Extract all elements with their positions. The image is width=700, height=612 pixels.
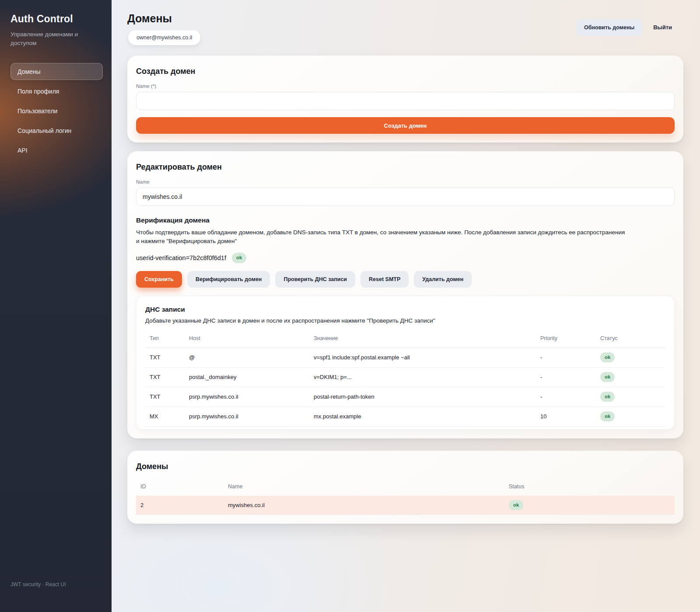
dns-col-priority: Priority (536, 329, 596, 348)
dns-records-card: ДНС записи Добавьте указанные ДНС записи… (136, 296, 675, 430)
sidebar-item-profile-fields[interactable]: Поля профиля (10, 83, 103, 100)
table-row[interactable]: 2 mywishes.co.il ok (136, 496, 675, 515)
edit-domain-card: Редактировать домен Name Верификация дом… (127, 151, 683, 438)
dns-col-value: Значение (309, 329, 536, 348)
edit-domain-title: Редактировать домен (136, 163, 675, 172)
status-badge: ok (600, 352, 615, 363)
sidebar-item-domains[interactable]: Домены (10, 63, 103, 80)
verification-description: Чтобы подтвердить ваше обладание доменом… (136, 228, 626, 246)
table-row: MX psrp.mywishes.co.il mx.postal.example… (145, 407, 665, 426)
create-domain-button[interactable]: Создать домен (136, 117, 675, 134)
dns-type: TXT (145, 367, 185, 387)
create-name-label: Name (*) (136, 83, 675, 89)
dns-priority: - (536, 387, 596, 407)
create-name-input[interactable] (136, 92, 675, 110)
domains-table-header: ID Name Status (136, 476, 675, 496)
dns-priority: - (536, 367, 596, 387)
dns-col-type: Тип (145, 329, 185, 348)
domains-col-name: Name (224, 476, 504, 496)
sidebar-item-label: API (18, 147, 28, 154)
dns-value: v=DKIM1; p=... (309, 367, 536, 387)
logout-button[interactable]: Выйти (648, 19, 677, 36)
verification-token: userid-verification=7b2c8f0f6d1f (136, 254, 226, 261)
dns-host: @ (185, 348, 309, 367)
dns-value: postal-return-path-token (309, 387, 536, 407)
verify-domain-button[interactable]: Верифицировать домен (187, 271, 270, 288)
save-button[interactable]: Сохранить (136, 271, 182, 288)
dns-priority: 10 (536, 407, 596, 426)
sidebar-item-label: Социальный логин (18, 127, 71, 134)
dns-host: postal._domainkey (185, 367, 309, 387)
domains-col-status: Status (504, 476, 675, 496)
sidebar-footer: JWT security · React UI (10, 581, 66, 588)
dns-host: psrp.mywishes.co.il (185, 387, 309, 407)
dns-col-status: Статус (596, 329, 665, 348)
sidebar-nav: Домены Поля профиля Пользователи Социаль… (10, 63, 103, 159)
sidebar-item-social-login[interactable]: Социальный логин (10, 122, 103, 139)
edit-name-input[interactable] (136, 188, 675, 206)
domains-col-id: ID (136, 476, 224, 496)
domain-id: 2 (136, 496, 224, 515)
dns-col-host: Host (185, 329, 309, 348)
status-badge: ok (600, 372, 615, 382)
dns-table-header: Тип Host Значение Priority Статус (145, 329, 665, 348)
dns-host: psrp.mywishes.co.il (185, 407, 309, 426)
domains-table: ID Name Status 2 mywishes.co.il ok (136, 476, 675, 515)
domains-list-title: Домены (136, 462, 675, 471)
table-row: TXT postal._domainkey v=DKIM1; p=... - o… (145, 367, 665, 387)
domain-name: mywishes.co.il (224, 496, 504, 515)
sidebar-item-label: Домены (18, 68, 41, 75)
dns-value: mx.postal.example (309, 407, 536, 426)
sidebar-item-label: Поля профиля (18, 88, 59, 95)
status-badge: ok (509, 500, 523, 511)
refresh-domains-button[interactable]: Обновить домены (577, 19, 642, 36)
dns-type: TXT (145, 348, 185, 367)
header-actions: Обновить домены Выйти (577, 19, 677, 36)
status-badge: ok (600, 392, 615, 402)
dns-records-title: ДНС записи (145, 306, 665, 313)
delete-domain-button[interactable]: Удалить домен (414, 271, 472, 288)
check-dns-button[interactable]: Проверить ДНС записи (275, 271, 355, 288)
app-subtitle: Управление доменами и доступом (10, 30, 87, 47)
reset-smtp-button[interactable]: Reset SMTP (360, 271, 409, 288)
app-title: Auth Control (10, 13, 103, 25)
dns-type: TXT (145, 387, 185, 407)
dns-records-table: Тип Host Значение Priority Статус TXT @ … (145, 329, 665, 427)
sidebar-item-users[interactable]: Пользователи (10, 102, 103, 119)
user-email-badge: owner@mywishes.co.il (128, 30, 200, 45)
edit-name-label: Name (136, 179, 675, 184)
table-row: TXT @ v=spf1 include:spf.postal.example … (145, 348, 665, 367)
dns-priority: - (536, 348, 596, 367)
domains-list-card: Домены ID Name Status 2 mywishes.co.il o… (127, 451, 683, 524)
verification-title: Верификация домена (136, 216, 675, 224)
token-status-badge: ok (232, 253, 246, 263)
table-row: TXT psrp.mywishes.co.il postal-return-pa… (145, 387, 665, 407)
main-content: Домены owner@mywishes.co.il Обновить дом… (112, 0, 700, 612)
sidebar: Auth Control Управление доменами и досту… (0, 0, 112, 612)
verification-token-row: userid-verification=7b2c8f0f6d1f ok (136, 253, 675, 263)
dns-records-description: Добавьте указанные ДНС записи в домен и … (145, 317, 665, 324)
dns-type: MX (145, 407, 185, 426)
domain-actions: Сохранить Верифицировать домен Проверить… (136, 271, 675, 288)
dns-value: v=spf1 include:spf.postal.example ~all (309, 348, 536, 367)
create-domain-title: Создать домен (136, 67, 675, 76)
sidebar-item-label: Пользователи (18, 108, 57, 115)
status-badge: ok (600, 411, 615, 422)
sidebar-item-api[interactable]: API (10, 142, 103, 159)
create-domain-card: Создать домен Name (*) Создать домен (127, 56, 683, 143)
